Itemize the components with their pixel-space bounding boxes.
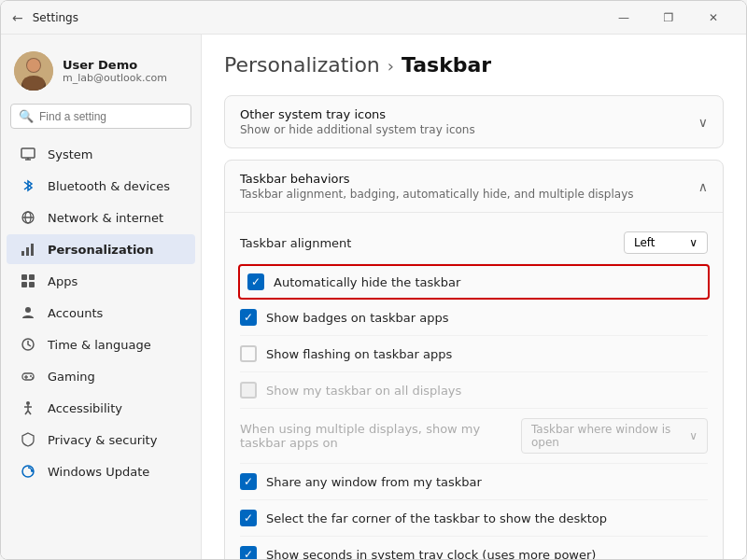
titlebar: ← Settings — ❐ ✕ [1,1,746,35]
svg-point-23 [30,375,32,377]
alignment-value: Left [634,236,655,249]
svg-point-18 [25,307,31,313]
user-info: User Demo m_lab@outlook.com [63,58,167,84]
show-flashing-row: Show flashing on taskbar apps [240,336,708,372]
multi-display-dropdown[interactable]: Taskbar where window is open ∨ [521,418,708,454]
show-badges-checkbox[interactable] [240,309,257,326]
alignment-chevron-icon: ∨ [689,236,698,249]
taskbar-behaviors-body: Taskbar alignment Left ∨ Automatically h… [225,212,723,559]
sidebar: User Demo m_lab@outlook.com 🔍 System [1,35,202,559]
alignment-label: Taskbar alignment [240,236,351,250]
avatar [14,51,53,91]
svg-rect-14 [21,274,27,280]
show-seconds-row: Show seconds in system tray clock (uses … [240,537,708,559]
time-icon [20,336,36,353]
sidebar-item-apps[interactable]: Apps [7,266,195,296]
alignment-row: Taskbar alignment Left ∨ [240,222,708,264]
sidebar-item-privacy[interactable]: Privacy & security [7,425,195,455]
auto-hide-row: Automatically hide the taskbar [238,264,710,300]
taskbar-behaviors-title: Taskbar behaviors [240,172,634,186]
sidebar-item-time[interactable]: Time & language [7,329,195,359]
svg-point-3 [27,59,40,72]
sidebar-item-personalization[interactable]: Personalization [7,234,195,264]
auto-hide-label: Automatically hide the taskbar [274,275,460,289]
search-icon: 🔍 [19,109,34,123]
sidebar-item-gaming[interactable]: Gaming [7,361,195,391]
sidebar-label-accounts: Accounts [48,306,103,320]
alignment-dropdown[interactable]: Left ∨ [624,231,708,254]
sidebar-label-personalization: Personalization [48,243,154,257]
svg-line-29 [28,411,31,414]
sidebar-item-windowsupdate[interactable]: Windows Update [7,456,195,486]
multi-display-label: When using multiple displays, show my ta… [240,422,521,450]
system-icon [20,146,36,162]
search-box[interactable]: 🔍 [10,104,191,129]
close-button[interactable]: ✕ [692,5,735,31]
auto-hide-checkbox[interactable] [247,273,264,290]
sidebar-label-time: Time & language [48,338,151,352]
sidebar-label-privacy: Privacy & security [48,433,157,447]
settings-window: ← Settings — ❐ ✕ [0,0,747,560]
svg-rect-17 [29,282,35,287]
user-email: m_lab@outlook.com [63,72,167,84]
sidebar-label-system: System [48,147,92,161]
other-tray-chevron: ∨ [698,115,708,130]
svg-rect-13 [31,244,34,256]
far-corner-checkbox[interactable] [240,510,257,526]
svg-point-4 [22,76,45,91]
accessibility-icon [20,399,36,416]
accounts-icon [20,304,36,321]
show-flashing-label: Show flashing on taskbar apps [266,347,452,361]
sidebar-item-network[interactable]: Network & internet [7,203,195,232]
taskbar-behaviors-header[interactable]: Taskbar behaviors Taskbar alignment, bad… [225,161,723,212]
taskbar-behaviors-desc: Taskbar alignment, badging, automaticall… [240,188,634,201]
show-badges-row: Show badges on taskbar apps [240,300,708,336]
search-input[interactable] [39,110,183,123]
window-title: Settings [33,11,602,24]
gaming-icon [20,368,36,385]
multi-display-value: Taskbar where window is open [531,423,684,449]
sidebar-item-accounts[interactable]: Accounts [7,298,195,328]
user-section: User Demo m_lab@outlook.com [1,42,201,104]
breadcrumb-parent: Personalization [224,53,380,77]
page-header: Personalization › Taskbar [224,53,724,77]
show-flashing-checkbox[interactable] [240,345,257,362]
all-displays-checkbox[interactable] [240,382,257,399]
breadcrumb-chevron: › [388,56,394,76]
share-window-row: Share any window from my taskbar [240,464,708,500]
back-button[interactable]: ← [12,10,23,25]
maximize-button[interactable]: ❐ [647,5,690,31]
sidebar-label-gaming: Gaming [48,370,95,384]
minimize-button[interactable]: — [602,5,645,31]
sidebar-item-bluetooth[interactable]: Bluetooth & devices [7,171,195,201]
personalization-icon [20,241,36,258]
sidebar-label-windowsupdate: Windows Update [48,465,149,479]
svg-rect-16 [21,282,27,287]
privacy-icon [20,431,36,448]
svg-rect-12 [26,247,29,256]
other-tray-icons-section: Other system tray icons Show or hide add… [224,95,724,148]
bluetooth-icon [20,177,36,194]
user-name: User Demo [63,58,167,72]
sidebar-label-network: Network & internet [48,211,163,225]
other-tray-icons-header[interactable]: Other system tray icons Show or hide add… [225,96,723,147]
multi-display-chevron-icon: ∨ [689,429,698,442]
multi-display-row: When using multiple displays, show my ta… [240,409,708,464]
main-panel: Personalization › Taskbar Other system t… [202,35,746,559]
network-icon [20,209,36,226]
update-icon [20,463,36,480]
sidebar-item-accessibility[interactable]: Accessibility [7,393,195,423]
show-seconds-checkbox[interactable] [240,546,257,559]
svg-rect-5 [21,148,35,158]
svg-point-24 [32,377,34,379]
apps-icon [20,273,36,289]
other-tray-title: Other system tray icons [240,107,475,121]
main-content: User Demo m_lab@outlook.com 🔍 System [1,35,746,559]
page-title: Taskbar [402,53,491,77]
show-badges-label: Show badges on taskbar apps [266,311,448,325]
far-corner-row: Select the far corner of the taskbar to … [240,500,708,537]
all-displays-label: Show my taskbar on all displays [266,384,461,398]
far-corner-label: Select the far corner of the taskbar to … [266,511,607,525]
sidebar-item-system[interactable]: System [7,139,195,169]
share-window-checkbox[interactable] [240,473,257,490]
